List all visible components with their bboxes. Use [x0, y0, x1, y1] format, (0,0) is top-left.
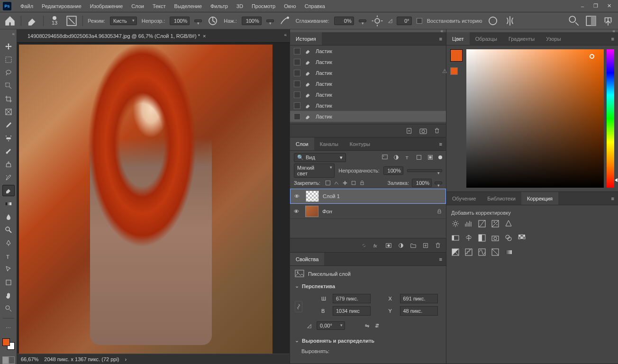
- link-layers-icon[interactable]: [361, 242, 367, 249]
- height-input[interactable]: 1034 пикс: [333, 306, 371, 316]
- pen-tool[interactable]: [2, 237, 15, 249]
- adjustment-layer-icon[interactable]: [398, 242, 404, 249]
- properties-menu-icon[interactable]: ≡: [436, 253, 446, 265]
- channel-mixer-icon[interactable]: [504, 234, 513, 242]
- lock-artboard-icon[interactable]: [351, 180, 356, 186]
- layer-visibility-icon[interactable]: 👁: [294, 209, 301, 214]
- snapshot-icon[interactable]: [419, 127, 427, 134]
- new-layer-icon[interactable]: [422, 242, 429, 249]
- hand-tool[interactable]: [2, 290, 15, 301]
- eraser-tool-icon[interactable]: [26, 15, 38, 27]
- filter-type-icon[interactable]: T: [404, 154, 411, 161]
- history-item[interactable]: Ластик: [290, 100, 446, 111]
- hue-slider[interactable]: [607, 49, 614, 188]
- bw-icon[interactable]: [478, 234, 486, 242]
- move-tool[interactable]: [2, 41, 15, 52]
- color-field[interactable]: [466, 49, 604, 188]
- curves-icon[interactable]: [478, 219, 486, 228]
- clone-stamp-tool[interactable]: [2, 159, 15, 170]
- threshold-icon[interactable]: [478, 248, 486, 256]
- history-item[interactable]: Ластик: [290, 89, 446, 100]
- quick-mask-button[interactable]: [2, 356, 15, 364]
- layer-fx-icon[interactable]: fx: [373, 242, 380, 249]
- adjustments-tab[interactable]: Коррекция: [521, 192, 558, 205]
- layer-opacity-dropdown[interactable]: [407, 169, 442, 172]
- channels-tab[interactable]: Каналы: [314, 137, 344, 150]
- eyedropper-tool[interactable]: [2, 119, 15, 131]
- layer-item[interactable]: 👁 Слой 1: [290, 189, 446, 204]
- frame-tool[interactable]: [2, 106, 15, 118]
- color-lookup-icon[interactable]: [518, 234, 526, 242]
- blur-tool[interactable]: [2, 211, 15, 223]
- invert-icon[interactable]: [451, 248, 460, 256]
- fill-input[interactable]: 100%: [412, 179, 432, 187]
- delete-state-icon[interactable]: [434, 127, 440, 134]
- smoothing-options-button[interactable]: [371, 15, 383, 27]
- smoothing-input[interactable]: 0%: [334, 17, 354, 25]
- menu-filter[interactable]: Фильтр: [206, 0, 232, 12]
- selective-color-icon[interactable]: [491, 248, 500, 256]
- shape-tool[interactable]: [2, 277, 15, 288]
- menu-file[interactable]: Файл: [16, 0, 37, 12]
- menu-edit[interactable]: Редактирование: [37, 0, 86, 12]
- fill-dropdown[interactable]: [435, 182, 442, 184]
- healing-brush-tool[interactable]: [2, 133, 15, 144]
- filter-adjustment-icon[interactable]: [393, 154, 400, 161]
- brush-preset[interactable]: 13: [48, 15, 61, 27]
- symmetry-button[interactable]: [504, 15, 516, 27]
- airbrush-button[interactable]: [279, 15, 291, 27]
- color-menu-icon[interactable]: ≡: [608, 32, 618, 45]
- lock-image-icon[interactable]: [334, 180, 339, 186]
- dodge-tool[interactable]: [2, 225, 15, 236]
- lock-transparent-icon[interactable]: [325, 180, 331, 186]
- photo-filter-icon[interactable]: [491, 234, 500, 242]
- layer-visibility-icon[interactable]: 👁: [294, 193, 302, 199]
- history-item[interactable]: Ластик: [290, 67, 446, 78]
- history-tab[interactable]: История: [290, 32, 322, 45]
- opacity-pressure-button[interactable]: [207, 15, 219, 27]
- layer-mask-icon[interactable]: [385, 242, 392, 249]
- history-menu-icon[interactable]: ≡: [436, 32, 446, 45]
- levels-icon[interactable]: [464, 219, 473, 228]
- share-button[interactable]: [602, 15, 614, 27]
- gradient-map-icon[interactable]: [504, 248, 513, 256]
- window-maximize[interactable]: ❐: [592, 3, 599, 9]
- zoom-level[interactable]: 66,67%: [21, 356, 38, 362]
- eraser-tool[interactable]: [2, 185, 15, 196]
- history-item[interactable]: Ластик: [290, 111, 446, 122]
- adjustments-menu-icon[interactable]: ≡: [608, 192, 618, 205]
- restore-history-checkbox[interactable]: [417, 18, 422, 24]
- info-chevron-icon[interactable]: ›: [125, 356, 127, 362]
- history-item[interactable]: Ластик: [290, 78, 446, 89]
- workspace-button[interactable]: [585, 15, 597, 27]
- smoothing-dropdown[interactable]: [359, 19, 366, 22]
- menu-image[interactable]: Изображение: [86, 0, 127, 12]
- swatches-tab[interactable]: Образцы: [470, 32, 503, 45]
- perspective-section[interactable]: ⌄Перспектива: [295, 283, 441, 289]
- crop-tool[interactable]: [2, 93, 15, 105]
- hue-saturation-icon[interactable]: [451, 234, 460, 242]
- type-tool[interactable]: T: [2, 251, 15, 262]
- web-safe-color-swatch[interactable]: [450, 67, 458, 75]
- brush-tool[interactable]: [2, 146, 15, 157]
- edit-toolbar-button[interactable]: ⋯: [2, 322, 15, 334]
- menu-layers[interactable]: Слои: [127, 0, 148, 12]
- menu-help[interactable]: Справка: [300, 0, 329, 12]
- properties-tab[interactable]: Свойства: [290, 253, 324, 265]
- exposure-icon[interactable]: [491, 219, 500, 228]
- filter-toggle[interactable]: [438, 155, 442, 159]
- align-section[interactable]: ⌄Выровнять и распределить: [295, 337, 441, 344]
- home-button[interactable]: [4, 15, 16, 27]
- paths-tab[interactable]: Контуры: [344, 137, 376, 150]
- layer-opacity-input[interactable]: 100%: [383, 166, 403, 175]
- foreground-color-swatch[interactable]: [450, 49, 463, 62]
- layer-group-icon[interactable]: [410, 242, 417, 249]
- layers-tab[interactable]: Слои: [290, 137, 314, 150]
- menu-text[interactable]: Текст: [148, 0, 170, 12]
- delete-layer-icon[interactable]: [435, 242, 441, 249]
- lasso-tool[interactable]: [2, 67, 15, 78]
- flip-horizontal-icon[interactable]: ⇋: [365, 323, 369, 329]
- marquee-tool[interactable]: [2, 54, 15, 65]
- path-select-tool[interactable]: [2, 264, 15, 275]
- filter-shape-icon[interactable]: [416, 154, 422, 161]
